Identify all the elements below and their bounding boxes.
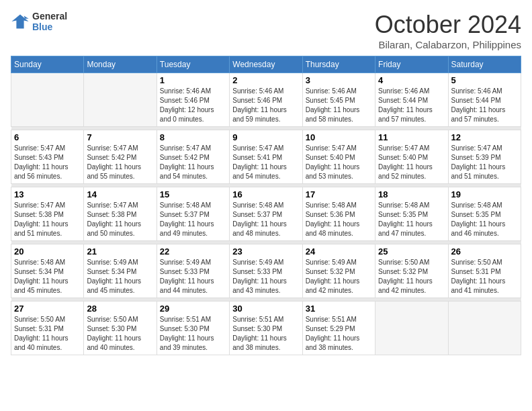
day-number: 3 bbox=[306, 75, 372, 85]
table-row: 26 Sunrise: 5:50 AM Sunset: 5:31 PM Dayl… bbox=[448, 244, 521, 298]
table-row: 3 Sunrise: 5:46 AM Sunset: 5:45 PM Dayli… bbox=[302, 73, 375, 127]
header-tuesday: Tuesday bbox=[157, 56, 229, 73]
table-row: 5 Sunrise: 5:46 AM Sunset: 5:44 PM Dayli… bbox=[448, 73, 521, 127]
logo-icon bbox=[11, 12, 30, 31]
day-info: Sunrise: 5:48 AM Sunset: 5:37 PM Dayligh… bbox=[160, 201, 226, 238]
table-row: 18 Sunrise: 5:48 AM Sunset: 5:35 PM Dayl… bbox=[375, 187, 448, 241]
table-row bbox=[375, 302, 448, 355]
day-number: 12 bbox=[451, 132, 518, 142]
day-number: 6 bbox=[14, 132, 81, 142]
day-info: Sunrise: 5:48 AM Sunset: 5:35 PM Dayligh… bbox=[378, 201, 445, 238]
day-number: 7 bbox=[87, 132, 153, 142]
day-number: 5 bbox=[451, 75, 518, 85]
table-row: 6 Sunrise: 5:47 AM Sunset: 5:43 PM Dayli… bbox=[11, 130, 84, 184]
calendar: Sunday Monday Tuesday Wednesday Thursday… bbox=[11, 56, 521, 355]
day-number: 11 bbox=[378, 132, 445, 142]
table-row: 22 Sunrise: 5:49 AM Sunset: 5:33 PM Dayl… bbox=[157, 244, 229, 298]
day-info: Sunrise: 5:50 AM Sunset: 5:31 PM Dayligh… bbox=[14, 315, 81, 353]
location: Bilaran, Calabarzon, Philippines bbox=[375, 39, 521, 50]
day-number: 17 bbox=[306, 189, 372, 199]
day-info: Sunrise: 5:51 AM Sunset: 5:30 PM Dayligh… bbox=[232, 315, 299, 353]
day-number: 4 bbox=[378, 75, 445, 85]
day-number: 23 bbox=[232, 246, 299, 257]
table-row: 21 Sunrise: 5:49 AM Sunset: 5:34 PM Dayl… bbox=[84, 244, 157, 298]
day-number: 31 bbox=[306, 304, 372, 314]
day-number: 9 bbox=[232, 132, 299, 142]
table-row: 14 Sunrise: 5:47 AM Sunset: 5:38 PM Dayl… bbox=[84, 187, 157, 241]
day-info: Sunrise: 5:47 AM Sunset: 5:39 PM Dayligh… bbox=[451, 144, 518, 181]
table-row: 10 Sunrise: 5:47 AM Sunset: 5:40 PM Dayl… bbox=[302, 130, 375, 184]
day-info: Sunrise: 5:50 AM Sunset: 5:30 PM Dayligh… bbox=[87, 315, 153, 353]
table-row bbox=[11, 73, 84, 127]
table-row: 1 Sunrise: 5:46 AM Sunset: 5:46 PM Dayli… bbox=[157, 73, 229, 127]
calendar-header-row: Sunday Monday Tuesday Wednesday Thursday… bbox=[11, 56, 521, 73]
header-thursday: Thursday bbox=[302, 56, 375, 73]
day-number: 15 bbox=[160, 189, 226, 199]
day-number: 1 bbox=[160, 75, 226, 85]
calendar-row: 27 Sunrise: 5:50 AM Sunset: 5:31 PM Dayl… bbox=[11, 302, 521, 355]
day-number: 26 bbox=[451, 246, 518, 257]
day-info: Sunrise: 5:49 AM Sunset: 5:33 PM Dayligh… bbox=[232, 258, 299, 295]
header-monday: Monday bbox=[84, 56, 157, 73]
table-row: 30 Sunrise: 5:51 AM Sunset: 5:30 PM Dayl… bbox=[230, 302, 302, 355]
day-info: Sunrise: 5:47 AM Sunset: 5:38 PM Dayligh… bbox=[14, 201, 81, 238]
table-row: 28 Sunrise: 5:50 AM Sunset: 5:30 PM Dayl… bbox=[84, 302, 157, 355]
table-row bbox=[448, 302, 521, 355]
table-row: 13 Sunrise: 5:47 AM Sunset: 5:38 PM Dayl… bbox=[11, 187, 84, 241]
header-friday: Friday bbox=[375, 56, 448, 73]
day-info: Sunrise: 5:46 AM Sunset: 5:46 PM Dayligh… bbox=[160, 87, 226, 124]
table-row: 20 Sunrise: 5:48 AM Sunset: 5:34 PM Dayl… bbox=[11, 244, 84, 298]
day-info: Sunrise: 5:48 AM Sunset: 5:36 PM Dayligh… bbox=[306, 201, 372, 238]
day-number: 13 bbox=[14, 189, 81, 199]
page-header: General Blue October 2024 Bilaran, Calab… bbox=[11, 11, 521, 50]
day-info: Sunrise: 5:50 AM Sunset: 5:31 PM Dayligh… bbox=[451, 258, 518, 295]
day-number: 10 bbox=[306, 132, 372, 142]
title-block: October 2024 Bilaran, Calabarzon, Philip… bbox=[375, 11, 521, 50]
day-info: Sunrise: 5:46 AM Sunset: 5:45 PM Dayligh… bbox=[306, 87, 372, 124]
day-number: 19 bbox=[451, 189, 518, 199]
table-row: 29 Sunrise: 5:51 AM Sunset: 5:30 PM Dayl… bbox=[157, 302, 229, 355]
day-info: Sunrise: 5:49 AM Sunset: 5:33 PM Dayligh… bbox=[160, 258, 226, 295]
day-number: 8 bbox=[160, 132, 226, 142]
table-row bbox=[84, 73, 157, 127]
day-info: Sunrise: 5:47 AM Sunset: 5:43 PM Dayligh… bbox=[14, 144, 81, 181]
table-row: 19 Sunrise: 5:48 AM Sunset: 5:35 PM Dayl… bbox=[448, 187, 521, 241]
table-row: 31 Sunrise: 5:51 AM Sunset: 5:29 PM Dayl… bbox=[302, 302, 375, 355]
header-sunday: Sunday bbox=[11, 56, 84, 73]
header-wednesday: Wednesday bbox=[230, 56, 302, 73]
day-info: Sunrise: 5:51 AM Sunset: 5:29 PM Dayligh… bbox=[306, 315, 372, 353]
table-row: 27 Sunrise: 5:50 AM Sunset: 5:31 PM Dayl… bbox=[11, 302, 84, 355]
day-info: Sunrise: 5:48 AM Sunset: 5:37 PM Dayligh… bbox=[232, 201, 299, 238]
month-title: October 2024 bbox=[375, 11, 521, 39]
day-info: Sunrise: 5:46 AM Sunset: 5:44 PM Dayligh… bbox=[451, 87, 518, 124]
calendar-row: 13 Sunrise: 5:47 AM Sunset: 5:38 PM Dayl… bbox=[11, 187, 521, 241]
day-info: Sunrise: 5:47 AM Sunset: 5:40 PM Dayligh… bbox=[378, 144, 445, 181]
day-info: Sunrise: 5:51 AM Sunset: 5:30 PM Dayligh… bbox=[160, 315, 226, 353]
day-number: 24 bbox=[306, 246, 372, 257]
day-info: Sunrise: 5:47 AM Sunset: 5:40 PM Dayligh… bbox=[306, 144, 372, 181]
table-row: 11 Sunrise: 5:47 AM Sunset: 5:40 PM Dayl… bbox=[375, 130, 448, 184]
table-row: 2 Sunrise: 5:46 AM Sunset: 5:46 PM Dayli… bbox=[230, 73, 302, 127]
logo-line2: Blue bbox=[32, 21, 67, 32]
day-number: 21 bbox=[87, 246, 153, 257]
day-number: 16 bbox=[232, 189, 299, 199]
day-info: Sunrise: 5:46 AM Sunset: 5:46 PM Dayligh… bbox=[232, 87, 299, 124]
day-info: Sunrise: 5:50 AM Sunset: 5:32 PM Dayligh… bbox=[378, 258, 445, 295]
day-number: 29 bbox=[160, 304, 226, 314]
table-row: 4 Sunrise: 5:46 AM Sunset: 5:44 PM Dayli… bbox=[375, 73, 448, 127]
day-number: 18 bbox=[378, 189, 445, 199]
calendar-row: 1 Sunrise: 5:46 AM Sunset: 5:46 PM Dayli… bbox=[11, 73, 521, 127]
svg-marker-0 bbox=[11, 15, 28, 29]
day-number: 30 bbox=[232, 304, 299, 314]
table-row: 24 Sunrise: 5:49 AM Sunset: 5:32 PM Dayl… bbox=[302, 244, 375, 298]
logo: General Blue bbox=[11, 11, 67, 32]
day-number: 22 bbox=[160, 246, 226, 257]
day-number: 14 bbox=[87, 189, 153, 199]
day-info: Sunrise: 5:47 AM Sunset: 5:42 PM Dayligh… bbox=[87, 144, 153, 181]
table-row: 9 Sunrise: 5:47 AM Sunset: 5:41 PM Dayli… bbox=[230, 130, 302, 184]
day-info: Sunrise: 5:47 AM Sunset: 5:38 PM Dayligh… bbox=[87, 201, 153, 238]
day-number: 28 bbox=[87, 304, 153, 314]
table-row: 16 Sunrise: 5:48 AM Sunset: 5:37 PM Dayl… bbox=[230, 187, 302, 241]
day-number: 2 bbox=[232, 75, 299, 85]
day-number: 25 bbox=[378, 246, 445, 257]
